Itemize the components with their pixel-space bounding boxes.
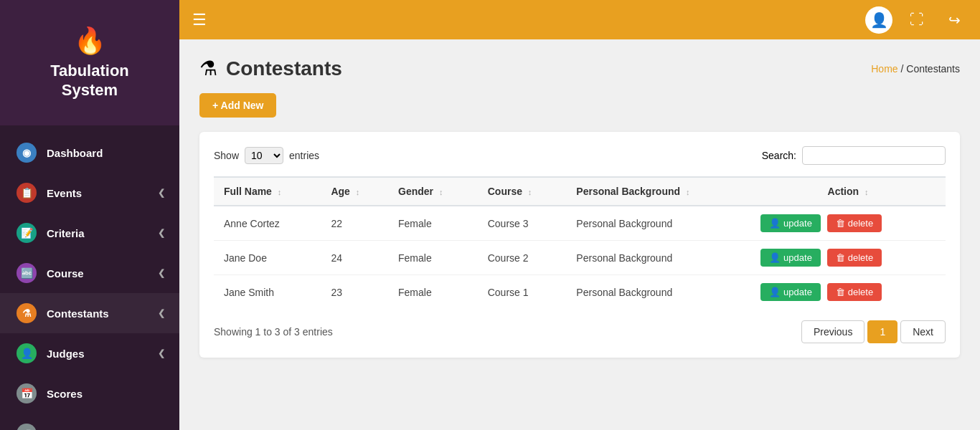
- page-title: Contestants: [226, 57, 342, 80]
- table-row: Jane Doe 24 Female Course 2 Personal Bac…: [214, 241, 946, 275]
- cell-personal-bg: Personal Background: [566, 206, 750, 241]
- sidebar-item-label: Scores: [47, 388, 83, 400]
- col-personal-bg: Personal Background ↕: [566, 177, 750, 206]
- sidebar-item-label: Contestants: [47, 307, 109, 320]
- table-row: Anne Cortez 22 Female Course 3 Personal …: [214, 206, 946, 241]
- cell-personal-bg: Personal Background: [566, 241, 750, 275]
- update-icon: 👤: [769, 218, 781, 229]
- page-1-button[interactable]: 1: [867, 320, 897, 343]
- sidebar-item-label: Course: [47, 267, 84, 280]
- print-icon: 🖨: [17, 424, 37, 430]
- entries-label: entries: [289, 150, 319, 161]
- sidebar-item-criteria[interactable]: 📝 Criteria ❮: [0, 213, 179, 253]
- cell-gender: Female: [388, 241, 478, 275]
- next-button[interactable]: Next: [900, 320, 946, 343]
- logout-icon[interactable]: ↪: [941, 7, 967, 33]
- cell-age: 24: [321, 241, 388, 275]
- show-label: Show: [214, 150, 239, 161]
- sidebar-item-judges[interactable]: 👤 Judges ❮: [0, 333, 179, 373]
- update-icon: 👤: [769, 252, 781, 263]
- delete-button[interactable]: 🗑 delete: [827, 249, 882, 267]
- table-header-row: Full Name ↕ Age ↕ Gender ↕ Course: [214, 177, 946, 206]
- fullscreen-icon[interactable]: ⛶: [904, 7, 930, 33]
- judges-icon: 👤: [17, 343, 37, 363]
- update-button[interactable]: 👤 update: [760, 214, 821, 232]
- search-input[interactable]: [802, 146, 946, 165]
- delete-icon: 🗑: [836, 287, 845, 297]
- sidebar-item-course[interactable]: 🔤 Course ❮: [0, 253, 179, 293]
- delete-button[interactable]: 🗑 delete: [827, 214, 882, 232]
- col-action: Action ↕: [750, 177, 946, 206]
- sort-icon-course[interactable]: ↕: [528, 188, 532, 196]
- sidebar-item-label: Dashboard: [47, 147, 103, 159]
- table-row: Jane Smith 23 Female Course 1 Personal B…: [214, 275, 946, 310]
- pagination: Previous 1 Next: [801, 320, 946, 343]
- table-card: Show 10 25 50 100 entries Search:: [199, 132, 960, 358]
- update-button[interactable]: 👤 update: [760, 283, 821, 301]
- sidebar-item-label: Print Schedules: [47, 428, 128, 431]
- cell-full-name: Jane Doe: [214, 241, 321, 275]
- col-course: Course ↕: [478, 177, 567, 206]
- dashboard-icon: ◉: [17, 143, 37, 163]
- sidebar-item-events[interactable]: 📋 Events ❮: [0, 173, 179, 213]
- sort-icon-name[interactable]: ↕: [278, 188, 282, 196]
- cell-action: 👤 update 🗑 delete: [750, 275, 946, 310]
- sidebar-item-print-schedules[interactable]: 🖨 Print Schedules: [0, 414, 179, 430]
- table-controls: Show 10 25 50 100 entries Search:: [214, 146, 946, 165]
- sidebar-item-label: Judges: [47, 348, 85, 360]
- entries-select[interactable]: 10 25 50 100: [245, 147, 283, 164]
- page-title-icon: ⚗: [199, 57, 217, 80]
- cell-course: Course 3: [478, 206, 567, 241]
- page-header: ⚗ Contestants Home / Contestants: [199, 57, 960, 80]
- cell-personal-bg: Personal Background: [566, 275, 750, 310]
- breadcrumb-current: Contestants: [906, 63, 960, 75]
- delete-icon: 🗑: [836, 252, 845, 263]
- scores-icon: 📅: [17, 383, 37, 403]
- sidebar: 🔥 Tabulation System ◉ Dashboard 📋 Events…: [0, 0, 179, 430]
- hamburger-icon[interactable]: ☰: [192, 11, 207, 29]
- previous-button[interactable]: Previous: [801, 320, 864, 343]
- sidebar-item-dashboard[interactable]: ◉ Dashboard: [0, 133, 179, 173]
- show-entries: Show 10 25 50 100 entries: [214, 147, 319, 164]
- col-age: Age ↕: [321, 177, 388, 206]
- table-head: Full Name ↕ Age ↕ Gender ↕ Course: [214, 177, 946, 206]
- delete-button[interactable]: 🗑 delete: [827, 283, 882, 301]
- search-box: Search:: [762, 146, 946, 165]
- showing-text: Showing 1 to 3 of 3 entries: [214, 326, 333, 338]
- sidebar-item-scores[interactable]: 📅 Scores: [0, 373, 179, 414]
- cell-full-name: Jane Smith: [214, 275, 321, 310]
- table-footer: Showing 1 to 3 of 3 entries Previous 1 N…: [214, 320, 946, 343]
- logo-icon: 🔥: [74, 26, 106, 56]
- topbar-right: 👤 ⛶ ↪: [865, 6, 967, 34]
- sort-icon-gender[interactable]: ↕: [439, 188, 443, 196]
- contestants-icon: ⚗: [17, 303, 37, 323]
- sidebar-item-label: Events: [47, 187, 82, 199]
- cell-course: Course 1: [478, 275, 567, 310]
- topbar: ☰ 👤 ⛶ ↪: [179, 0, 980, 39]
- topbar-left: ☰: [192, 11, 207, 29]
- logo-text: Tabulation System: [50, 62, 129, 100]
- cell-gender: Female: [388, 206, 478, 241]
- sort-icon-bg[interactable]: ↕: [686, 188, 690, 196]
- delete-icon: 🗑: [836, 218, 845, 229]
- add-new-button[interactable]: + Add New: [199, 93, 276, 118]
- cell-course: Course 2: [478, 241, 567, 275]
- user-avatar[interactable]: 👤: [865, 6, 892, 34]
- app-name-line1: Tabulation: [50, 62, 129, 80]
- cell-action: 👤 update 🗑 delete: [750, 206, 946, 241]
- cell-gender: Female: [388, 275, 478, 310]
- sort-icon-action[interactable]: ↕: [864, 188, 869, 196]
- table-body: Anne Cortez 22 Female Course 3 Personal …: [214, 206, 946, 309]
- sidebar-item-contestants[interactable]: ⚗ Contestants ❮: [0, 293, 179, 333]
- chevron-icon: ❮: [158, 268, 165, 278]
- update-button[interactable]: 👤 update: [760, 249, 821, 267]
- col-full-name: Full Name ↕: [214, 177, 321, 206]
- contestants-table: Full Name ↕ Age ↕ Gender ↕ Course: [214, 176, 946, 309]
- sort-icon-age[interactable]: ↕: [356, 188, 360, 196]
- chevron-icon: ❮: [158, 228, 165, 238]
- course-icon: 🔤: [17, 263, 37, 283]
- breadcrumb-home[interactable]: Home: [871, 63, 897, 75]
- events-icon: 📋: [17, 183, 37, 203]
- criteria-icon: 📝: [17, 223, 37, 243]
- content-area: ⚗ Contestants Home / Contestants + Add N…: [179, 39, 980, 430]
